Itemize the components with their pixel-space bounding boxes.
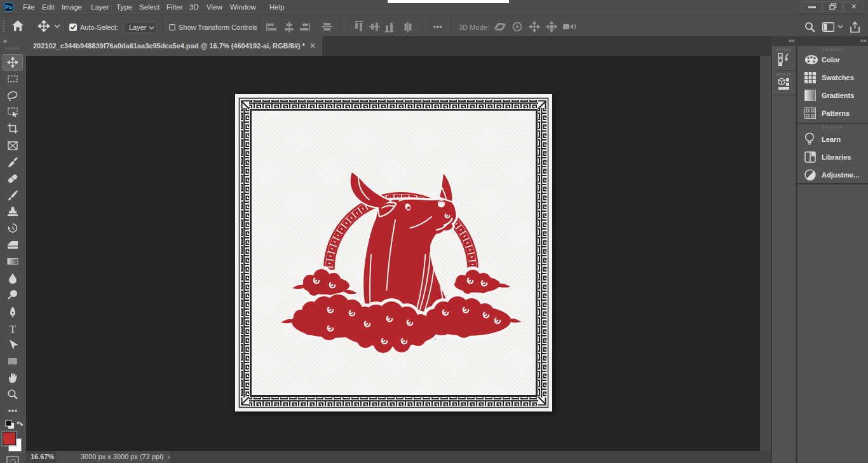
svg-text:T: T <box>10 323 17 335</box>
